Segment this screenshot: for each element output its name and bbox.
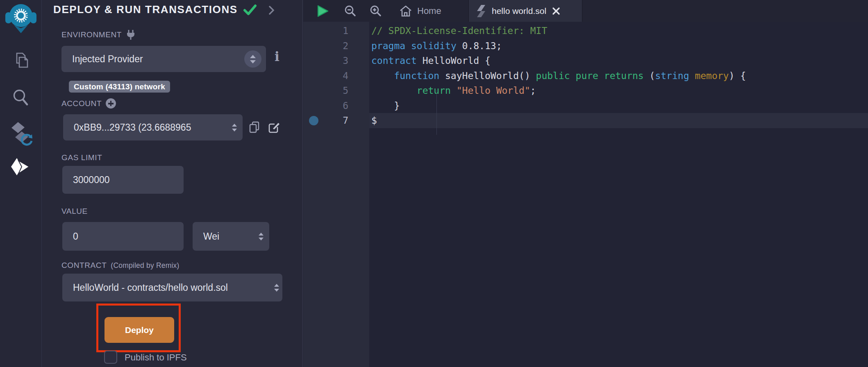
panel-header: DEPLOY & RUN TRANSACTIONS <box>53 3 275 16</box>
select-arrows-icon <box>232 124 237 131</box>
code-token: ( <box>644 70 655 81</box>
gas-limit-label: GAS LIMIT <box>61 153 102 162</box>
arrow-down-icon <box>250 60 256 63</box>
code-token: contract <box>371 55 417 66</box>
panel-title: DEPLOY & RUN TRANSACTIONS <box>53 3 238 16</box>
code-lines: // SPDX-License-Identifier: MITpragma so… <box>369 23 868 128</box>
zoom-in-icon <box>370 5 382 17</box>
line-number: 2 <box>303 39 348 54</box>
code-line: return "Hello World"; <box>369 83 868 98</box>
sidebar-item-file-explorer[interactable] <box>0 51 41 70</box>
value-input[interactable]: 0 <box>62 222 184 251</box>
remix-logo-icon <box>4 2 38 33</box>
edit-icon[interactable] <box>268 121 280 134</box>
account-label: ACCOUNT <box>61 99 102 108</box>
copy-icon[interactable] <box>249 121 260 134</box>
close-icon[interactable] <box>552 7 560 15</box>
code-token <box>371 85 417 96</box>
code-token: ; <box>530 85 536 96</box>
code-token: returns <box>604 70 644 81</box>
code-token <box>405 41 411 51</box>
gas-limit-value: 3000000 <box>73 174 110 186</box>
contract-select[interactable]: HelloWorld - contracts/hello world.sol <box>62 274 282 301</box>
deploy-button[interactable]: Deploy <box>105 317 174 343</box>
code-token <box>598 70 604 81</box>
code-token: function <box>394 70 439 81</box>
code-line: } <box>369 98 868 113</box>
editor-gutter[interactable]: 1234567 <box>303 22 369 367</box>
arrow-up-icon <box>250 55 256 58</box>
code-line: contract HelloWorld { <box>369 53 868 68</box>
code-token: public <box>536 70 570 81</box>
sidebar-item-search[interactable] <box>0 88 41 107</box>
line-number: 3 <box>303 53 348 68</box>
account-select[interactable]: 0xBB9...29733 (23.6688965 <box>63 114 243 140</box>
gas-limit-input[interactable]: 3000000 <box>62 166 184 194</box>
account-value: 0xBB9...29733 (23.6688965 <box>74 122 191 133</box>
gas-limit-label-text: GAS LIMIT <box>61 153 102 162</box>
code-token: $ <box>371 115 377 126</box>
remix-logo[interactable] <box>0 2 41 33</box>
line-number: 6 <box>303 98 348 113</box>
value-amount: 0 <box>73 231 78 242</box>
tab-home[interactable]: Home <box>393 0 447 22</box>
code-token <box>371 70 394 81</box>
contract-label: CONTRACT <box>61 261 107 270</box>
sidebar-item-deploy-run[interactable] <box>0 157 41 178</box>
breakpoint-dot[interactable] <box>309 116 318 125</box>
contract-note: (Compiled by Remix) <box>111 261 179 270</box>
select-arrows-icon <box>274 284 279 292</box>
code-token: "Hello World" <box>457 85 530 96</box>
value-label: VALUE <box>61 207 88 216</box>
solidity-compiler-icon <box>8 121 34 147</box>
code-token <box>570 70 576 81</box>
zoom-out-button[interactable] <box>344 0 357 22</box>
plus-circle-icon[interactable] <box>106 98 116 109</box>
tab-file-active[interactable]: hello world.sol <box>468 0 582 22</box>
network-badge: Custom (43113) network <box>69 81 170 93</box>
value-unit-select[interactable]: Wei <box>193 222 269 251</box>
contract-value: HelloWorld - contracts/hello world.sol <box>73 282 228 293</box>
chevron-right-icon[interactable] <box>269 5 275 15</box>
code-editor[interactable]: // SPDX-License-Identifier: MITpragma so… <box>369 22 868 367</box>
run-script-button[interactable] <box>317 0 329 22</box>
code-token <box>689 70 695 81</box>
code-line: $ <box>369 113 868 128</box>
publish-ipfs-checkbox[interactable] <box>104 351 117 364</box>
file-explorer-icon <box>11 51 31 70</box>
gutter-numbers: 1234567 <box>303 23 348 128</box>
account-label-row: ACCOUNT <box>61 98 116 109</box>
environment-updown-circle-icon[interactable] <box>244 50 261 68</box>
code-token: string <box>655 70 689 81</box>
code-token: solidity <box>411 41 457 51</box>
value-label-text: VALUE <box>61 207 88 216</box>
info-icon[interactable]: i <box>275 49 279 64</box>
code-token: pragma <box>371 41 405 51</box>
code-token: ) { <box>729 70 746 81</box>
home-icon <box>399 5 412 17</box>
solidity-file-icon <box>476 5 486 18</box>
play-icon <box>317 5 329 18</box>
code-token <box>451 85 457 96</box>
code-line: function sayHelloWorld() public pure ret… <box>369 68 868 84</box>
editor-tabbar: Home hello world.sol <box>303 0 868 22</box>
code-token: sayHelloWorld() <box>439 70 536 81</box>
code-line: pragma solidity 0.8.13; <box>369 39 868 54</box>
select-arrows-icon <box>259 233 264 240</box>
environment-label-row: ENVIRONMENT <box>61 29 136 40</box>
tab-home-label: Home <box>417 6 441 16</box>
line-number: 1 <box>303 23 348 39</box>
line-number: 5 <box>303 83 348 98</box>
deploy-run-panel: DEPLOY & RUN TRANSACTIONS ENVIRONMENT In… <box>42 0 303 367</box>
environment-value: Injected Provider <box>72 54 143 65</box>
deploy-run-icon <box>10 157 32 178</box>
code-token: HelloWorld { <box>417 55 491 66</box>
environment-select[interactable]: Injected Provider <box>61 46 266 72</box>
editor-region: Home hello world.sol 1234567 // SPDX-Lic… <box>303 0 868 367</box>
sidebar-item-solidity-compiler[interactable] <box>0 121 41 147</box>
icon-sidebar <box>0 0 42 367</box>
code-token: memory <box>695 70 729 81</box>
zoom-out-icon <box>344 5 357 17</box>
zoom-in-button[interactable] <box>370 0 382 22</box>
check-icon <box>243 4 257 16</box>
